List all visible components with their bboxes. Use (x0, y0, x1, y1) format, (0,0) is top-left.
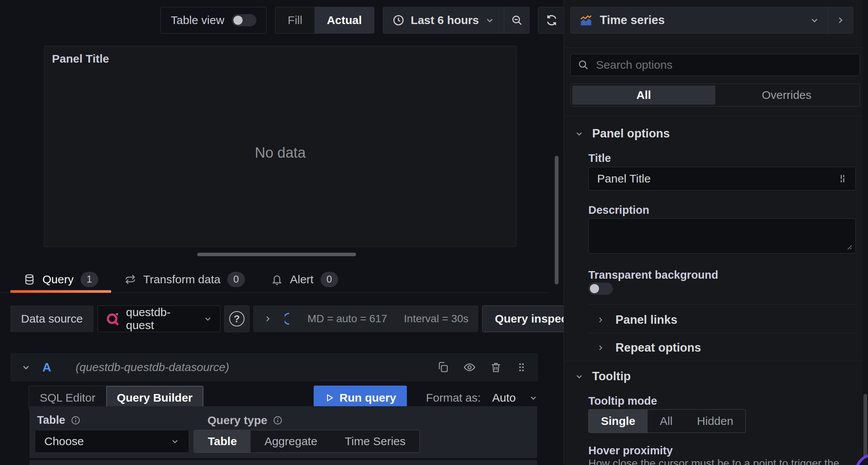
datasource-label: Data source (10, 305, 94, 332)
hover-proximity-label: Hover proximity (588, 444, 673, 457)
query-row-header[interactable]: A (questdb-questdb-datasource) (10, 353, 538, 381)
refresh-button[interactable] (538, 7, 565, 34)
hide-response-eye-icon[interactable] (463, 361, 476, 374)
editor-tabbar: Query 1 Transform data 0 Alert 0 (0, 266, 549, 293)
chevron-down-icon (575, 372, 584, 381)
visualization-picker[interactable]: Time series (570, 7, 853, 34)
drag-handle-icon[interactable] (516, 362, 527, 373)
chevron-down-icon (575, 129, 584, 138)
query-type-aggregate[interactable]: Aggregate (251, 430, 331, 452)
chevron-down-icon (529, 393, 538, 402)
divider (564, 361, 868, 361)
datasource-row: Data source questdb-quest ? MD = auto = … (10, 305, 595, 332)
play-icon (324, 393, 334, 403)
description-textarea[interactable] (588, 218, 856, 253)
tab-query-label: Query (42, 273, 74, 286)
transparent-bg-switch[interactable] (588, 283, 613, 295)
tooltip-mode-label: Tooltip mode (588, 395, 657, 407)
tab-transform-count: 0 (227, 272, 245, 287)
tooltip-mode-group: Single All Hidden (588, 409, 746, 433)
chevron-right-icon (263, 314, 272, 323)
query-type-table[interactable]: Table (194, 430, 251, 452)
tooltip-section-header[interactable]: Tooltip (575, 370, 631, 383)
filter-tab-overrides[interactable]: Overrides (715, 86, 858, 105)
datasource-picker[interactable]: questdb-quest (97, 305, 220, 332)
bell-icon (271, 273, 283, 286)
repeat-options-row[interactable]: Repeat options (596, 341, 701, 355)
options-filter-tabs: All Overrides (570, 84, 860, 107)
filter-tab-all[interactable]: All (572, 86, 715, 105)
time-range-picker: Last 6 hours (383, 7, 530, 34)
loading-spinner-icon (285, 312, 291, 325)
panel-links-label: Panel links (615, 313, 677, 327)
tab-transform-label: Transform data (143, 273, 220, 286)
datasource-name: questdb-quest (126, 306, 197, 332)
query-row-actions (437, 361, 527, 374)
description-field-label: Description (588, 204, 649, 216)
options-sidebar: Time series All Overrides (564, 0, 868, 465)
query-type-field-label: Query type (194, 414, 296, 427)
tab-query[interactable]: Query 1 (10, 266, 111, 292)
chevron-down-icon (810, 15, 819, 25)
search-icon (578, 59, 589, 71)
display-mode-group: Fill Actual (275, 7, 374, 34)
run-query-label: Run query (340, 391, 396, 404)
panel-title-input[interactable] (596, 172, 838, 186)
table-select-value: Choose (44, 435, 84, 448)
sidebar-scrollbar-track[interactable] (863, 0, 868, 465)
tooltip-mode-all[interactable]: All (648, 410, 685, 433)
display-mode-fill[interactable]: Fill (275, 7, 314, 33)
tooltip-mode-hidden[interactable]: Hidden (685, 410, 745, 433)
panel-links-row[interactable]: Panel links (596, 313, 677, 327)
time-range-label: Last 6 hours (411, 14, 479, 27)
query-options-summary[interactable]: MD = auto = 617 Interval = 30s (253, 305, 478, 332)
panel-options-heading: Panel options (592, 127, 670, 140)
tab-alert[interactable]: Alert 0 (258, 266, 351, 292)
delete-trash-icon[interactable] (490, 361, 502, 373)
panel-preview: Panel Title No data (44, 46, 517, 247)
options-search[interactable] (570, 54, 860, 76)
database-icon (23, 273, 36, 286)
format-as-value: Auto (492, 391, 516, 404)
panel-options-section-header[interactable]: Panel options (575, 127, 670, 140)
divider (588, 333, 856, 333)
zoom-out-time-button[interactable] (504, 7, 529, 33)
variable-suggestion-icon[interactable] (838, 174, 848, 184)
viz-suggestions-button[interactable] (828, 7, 853, 33)
panel-edit-screen: Table view Fill Actual Last 6 hours (0, 0, 868, 465)
query-type-label-text: Query type (207, 414, 267, 427)
resize-handle-icon[interactable] (845, 243, 852, 250)
info-icon[interactable] (71, 415, 81, 425)
info-icon[interactable] (273, 415, 283, 425)
next-builder-row-partial (29, 460, 537, 465)
chevron-down-icon (203, 314, 212, 323)
datasource-help-button[interactable]: ? (224, 305, 249, 332)
table-view-toggle-group[interactable]: Table view (160, 7, 267, 34)
query-type-group: Table Aggregate Time Series (194, 430, 420, 453)
interval-text: Interval = 30s (404, 313, 468, 325)
transform-icon (124, 273, 136, 286)
query-ref-id: A (42, 360, 51, 375)
toolbar: Table view Fill Actual Last 6 hours (160, 7, 565, 34)
time-range-button[interactable]: Last 6 hours (383, 7, 504, 33)
table-select[interactable]: Choose (35, 430, 189, 453)
chevron-right-icon (836, 15, 845, 25)
query-type-time-series[interactable]: Time Series (331, 430, 419, 452)
duplicate-icon[interactable] (437, 361, 449, 373)
tab-alert-label: Alert (290, 273, 314, 286)
tab-transform-data[interactable]: Transform data 0 (111, 266, 258, 292)
clock-icon (392, 14, 405, 26)
display-mode-actual[interactable]: Actual (314, 7, 374, 33)
divider (564, 116, 868, 116)
chevron-right-icon (596, 316, 605, 324)
format-as-control[interactable]: Format as: Auto (426, 391, 538, 404)
panel-horizontal-scrollbar[interactable] (197, 253, 356, 256)
options-search-input[interactable] (595, 58, 853, 72)
main-vertical-scrollbar[interactable] (555, 156, 559, 284)
tooltip-mode-single[interactable]: Single (589, 410, 648, 433)
title-field-label: Title (588, 152, 611, 165)
zoom-out-icon (511, 14, 523, 26)
tab-query-count: 1 (81, 272, 98, 287)
repeat-options-label: Repeat options (615, 341, 701, 355)
table-view-switch[interactable] (232, 14, 256, 26)
